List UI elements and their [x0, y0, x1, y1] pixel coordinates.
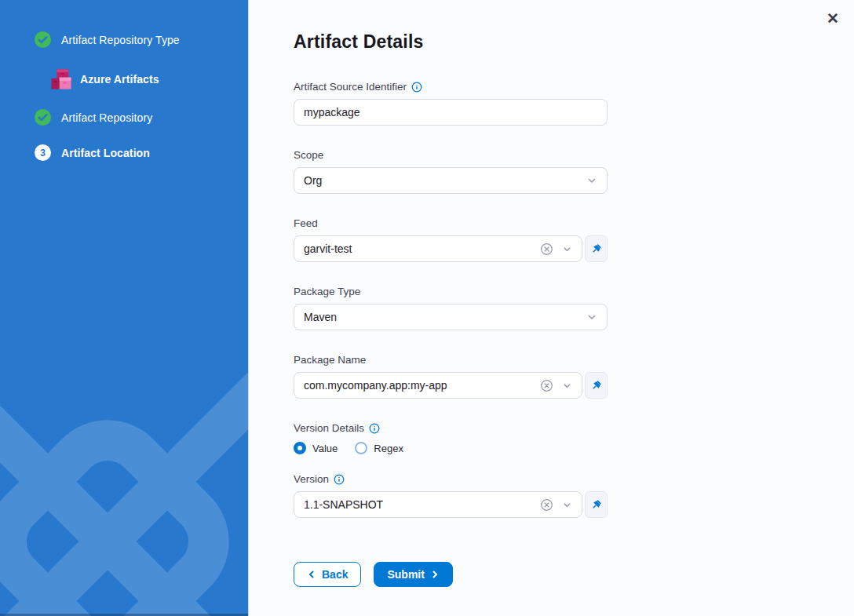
feed-input[interactable]: garvit-test	[294, 235, 582, 262]
package-type-select[interactable]: Maven	[294, 304, 608, 330]
field-label-row: Version	[294, 473, 608, 485]
fixed-value-pin-button[interactable]	[585, 235, 608, 262]
version-input[interactable]: 1.1-SNAPSHOT	[294, 491, 582, 518]
wizard-footer: Back Submit	[294, 562, 620, 587]
chevron-left-icon	[307, 570, 316, 579]
radio-value-label: Value	[312, 443, 338, 454]
feed-value: garvit-test	[304, 242, 533, 255]
package-name-value: com.mycompany.app:my-app	[304, 379, 533, 392]
package-type-label: Package Type	[294, 286, 360, 297]
check-circle-icon	[35, 109, 51, 126]
field-feed: Feed garvit-test	[294, 217, 608, 262]
chevron-down-icon[interactable]	[560, 242, 574, 256]
package-name-input[interactable]: com.mycompany.app:my-app	[294, 372, 582, 399]
step-label: Artifact Repository Type	[61, 34, 180, 46]
wizard-steps: Artifact Repository Type Azure Artifacts	[0, 0, 248, 161]
version-details-label: Version Details	[294, 422, 364, 434]
radio-value[interactable]: Value	[294, 442, 338, 454]
fixed-value-pin-button[interactable]	[585, 491, 608, 518]
wizard-dialog: Artifact Repository Type Azure Artifacts	[0, 0, 854, 616]
check-circle-icon	[35, 31, 51, 48]
artifact-details-panel: ✕ Artifact Details Artifact Source Ident…	[248, 0, 854, 616]
azure-artifacts-icon	[49, 67, 74, 92]
scope-select[interactable]: Org	[294, 167, 608, 194]
fixed-value-pin-button[interactable]	[585, 372, 608, 399]
info-icon[interactable]	[411, 82, 422, 93]
back-button-label: Back	[322, 568, 348, 581]
step-number-badge: 3	[35, 144, 51, 161]
artifact-source-identifier-input[interactable]	[294, 99, 608, 126]
field-label-row: Package Type	[294, 286, 608, 297]
radio-selected-icon[interactable]	[294, 442, 306, 454]
radio-regex[interactable]: Regex	[355, 442, 403, 454]
step-label: Artifact Location	[61, 147, 150, 159]
chevron-right-icon	[430, 570, 440, 579]
radio-regex-label: Regex	[374, 443, 403, 454]
chevron-down-icon	[586, 312, 597, 323]
step-sub-azure-artifacts[interactable]: Azure Artifacts	[49, 67, 248, 92]
field-version-details: Version Details Value Regex	[294, 422, 608, 454]
submit-button-label: Submit	[387, 568, 424, 581]
step-label: Artifact Repository	[61, 111, 152, 124]
chevron-down-icon[interactable]	[560, 498, 574, 512]
package-name-combo-row: com.mycompany.app:my-app	[294, 372, 608, 399]
feed-combo-row: garvit-test	[294, 235, 608, 262]
version-label: Version	[294, 473, 329, 485]
package-type-selected-value: Maven	[304, 311, 586, 323]
version-value: 1.1-SNAPSHOT	[304, 498, 533, 511]
step-artifact-repository[interactable]: Artifact Repository	[35, 109, 248, 126]
field-label-row: Version Details	[294, 422, 608, 434]
step-artifact-location[interactable]: 3 Artifact Location	[35, 144, 248, 161]
chevron-down-icon[interactable]	[560, 379, 574, 392]
version-combo-row: 1.1-SNAPSHOT	[294, 491, 608, 518]
field-label-row: Package Name	[294, 354, 608, 366]
artifact-details-form: Artifact Details Artifact Source Identif…	[249, 0, 620, 587]
artifact-source-identifier-label: Artifact Source Identifier	[294, 81, 407, 93]
field-label-row: Artifact Source Identifier	[294, 81, 608, 93]
scope-selected-value: Org	[304, 174, 586, 187]
package-name-label: Package Name	[294, 354, 366, 366]
field-label-row: Scope	[294, 149, 608, 161]
submit-button[interactable]: Submit	[374, 562, 452, 587]
field-scope: Scope Org	[294, 149, 608, 194]
selected-repo-type-label: Azure Artifacts	[80, 73, 159, 86]
step-artifact-repository-type[interactable]: Artifact Repository Type	[35, 31, 248, 48]
radio-unselected-icon[interactable]	[355, 442, 367, 454]
field-version: Version 1.1-SNAPSHOT	[294, 473, 608, 518]
clear-icon[interactable]	[540, 498, 553, 512]
field-package-name: Package Name com.mycompany.app:my-app	[294, 354, 608, 399]
clear-icon[interactable]	[540, 379, 553, 392]
page-title: Artifact Details	[294, 31, 620, 53]
clear-icon[interactable]	[540, 242, 553, 256]
harness-logo-watermark	[0, 373, 248, 616]
info-icon[interactable]	[369, 423, 380, 434]
info-icon[interactable]	[334, 474, 345, 485]
field-package-type: Package Type Maven	[294, 286, 608, 330]
chevron-down-icon	[586, 175, 597, 186]
scope-label: Scope	[294, 149, 323, 161]
field-label-row: Feed	[294, 217, 608, 229]
feed-label: Feed	[294, 217, 318, 229]
version-details-radio-group: Value Regex	[294, 442, 608, 454]
close-icon[interactable]: ✕	[824, 9, 841, 27]
wizard-sidebar: Artifact Repository Type Azure Artifacts	[0, 0, 248, 616]
field-artifact-source-identifier: Artifact Source Identifier	[294, 81, 608, 126]
back-button[interactable]: Back	[294, 562, 361, 587]
